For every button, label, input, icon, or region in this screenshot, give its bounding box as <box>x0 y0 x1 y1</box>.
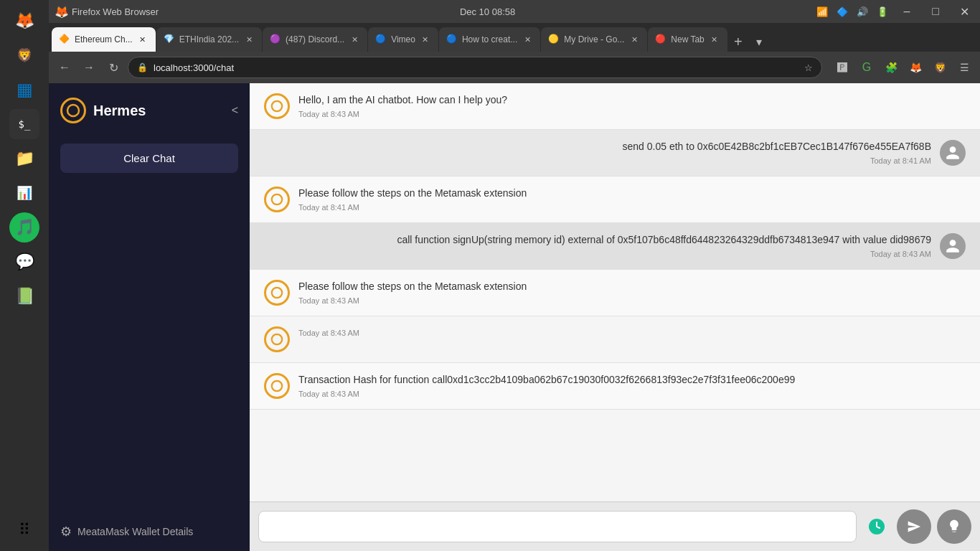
message-time: Today at 8:43 AM <box>298 329 966 337</box>
tab-mydrive[interactable]: 🟡 My Drive - Go... ✕ <box>541 27 647 52</box>
tab-mydrive-favicon: 🟡 <box>548 34 560 45</box>
sidebar-header: Hermes < <box>49 83 250 138</box>
tab-ethindia-label: ETHIndia 202... <box>179 34 239 44</box>
refresh-button[interactable]: ↻ <box>103 57 123 77</box>
chat-input[interactable] <box>258 511 857 542</box>
volume-icon: 🔊 <box>857 6 868 17</box>
tab-ethindia-favicon: 💎 <box>164 34 175 45</box>
bluetooth-icon: 🔷 <box>837 6 848 17</box>
user-avatar <box>940 233 966 259</box>
tab-ethindia-close[interactable]: ✕ <box>243 34 255 45</box>
maximize-button[interactable]: □ <box>925 1 946 22</box>
bot-avatar <box>264 373 290 399</box>
address-input-container[interactable]: 🔒 localhost:3000/chat ☆ <box>128 57 822 78</box>
tab-list-button[interactable]: ▾ <box>749 32 769 52</box>
profile-icon[interactable]: 🦊 <box>905 57 925 77</box>
tab-vimeo-close[interactable]: ✕ <box>420 34 431 45</box>
tab-ethereum[interactable]: 🔶 Ethereum Ch... ✕ <box>52 27 156 52</box>
terminal-taskbar-icon[interactable]: $_ <box>9 109 39 139</box>
message-time: Today at 8:43 AM <box>298 390 966 398</box>
message-content: Today at 8:43 AM <box>298 326 966 337</box>
forward-button[interactable]: → <box>79 57 99 77</box>
menu-button[interactable]: ☰ <box>954 57 974 77</box>
spotify-taskbar-icon[interactable]: 🎵 <box>9 212 39 242</box>
tab-howto[interactable]: 🔵 How to creat... ✕ <box>439 27 540 52</box>
settings-label[interactable]: MeataMask Wallet Details <box>77 526 193 537</box>
title-bar-right: 📶 🔷 🔊 🔋 – □ ✕ <box>816 1 974 22</box>
tab-mydrive-label: My Drive - Go... <box>564 34 624 44</box>
tab-ethereum-label: Ethereum Ch... <box>75 34 133 44</box>
slack-taskbar-icon[interactable]: 💬 <box>9 247 39 277</box>
vscode-taskbar-icon[interactable]: ▦ <box>9 75 39 105</box>
datetime-display: Dec 10 08:58 <box>164 6 811 17</box>
message-time: Today at 8:43 AM <box>264 250 931 258</box>
message-row: Today at 8:43 AM <box>250 316 980 363</box>
svg-point-2 <box>272 194 282 204</box>
message-row: Please follow the steps on the Metamask … <box>250 270 980 316</box>
tab-vimeo[interactable]: 🔵 Vimeo ✕ <box>368 27 438 52</box>
tab-discord-close[interactable]: ✕ <box>349 34 360 45</box>
tab-ethindia[interactable]: 💎 ETHIndia 202... ✕ <box>156 27 262 52</box>
extension-icon-1[interactable]: G <box>857 57 877 77</box>
message-content: call function signUp(string memory id) e… <box>264 233 931 258</box>
tab-discord[interactable]: 🟣 (487) Discord... ✕ <box>263 27 367 52</box>
send-button[interactable] <box>897 509 931 544</box>
message-time: Today at 8:43 AM <box>298 296 966 305</box>
tab-discord-label: (487) Discord... <box>286 34 344 44</box>
sheets-taskbar-icon[interactable]: 📗 <box>9 281 39 311</box>
hermes-title: Hermes <box>93 103 146 119</box>
extensions-icon[interactable]: 🧩 <box>881 57 901 77</box>
message-text: Hello, I am the AI chatbot. How can I he… <box>298 93 966 108</box>
browser-title: Firefox Web Browser <box>72 6 159 17</box>
brave-taskbar-icon[interactable]: 🦁 <box>9 40 39 70</box>
grammarly-button[interactable] <box>862 512 891 541</box>
sidebar-bottom: ⚙ MeataMask Wallet Details <box>49 512 250 551</box>
tab-howto-close[interactable]: ✕ <box>522 34 533 45</box>
bot-avatar <box>264 326 290 352</box>
svg-point-5 <box>272 381 282 391</box>
title-bar-left: 🦊 Firefox Web Browser <box>55 5 159 19</box>
message-text: Transaction Hash for function call0xd1c3… <box>298 373 966 387</box>
tab-vimeo-label: Vimeo <box>391 34 415 44</box>
bulb-button[interactable] <box>937 509 971 544</box>
message-content: Please follow the steps on the Metamask … <box>298 187 966 212</box>
close-button[interactable]: ✕ <box>954 1 974 22</box>
message-row: Transaction Hash for function call0xd1c3… <box>250 363 980 410</box>
messages-container: Hello, I am the AI chatbot. How can I he… <box>250 83 980 501</box>
battery-icon: 🔋 <box>877 6 888 17</box>
pocket-icon[interactable]: 🅿 <box>832 57 852 77</box>
sidebar-collapse-button[interactable]: < <box>232 104 238 117</box>
back-button[interactable]: ← <box>55 57 75 77</box>
message-row: Please follow the steps on the Metamask … <box>250 176 980 223</box>
svg-point-3 <box>272 288 282 298</box>
address-bar: ← → ↻ 🔒 localhost:3000/chat ☆ 🅿 G 🧩 🦊 🦁 … <box>49 52 980 83</box>
address-icons: 🅿 G 🧩 🦊 🦁 ☰ <box>832 57 974 77</box>
chat-area: Hello, I am the AI chatbot. How can I he… <box>250 83 980 551</box>
message-content: Transaction Hash for function call0xd1c3… <box>298 373 966 398</box>
user-avatar <box>940 140 966 166</box>
secure-icon: 🔒 <box>137 62 148 72</box>
message-time: Today at 8:43 AM <box>298 110 966 118</box>
brave-icon-addr[interactable]: 🦁 <box>930 57 950 77</box>
firefox-taskbar-icon[interactable]: 🦊 <box>9 6 39 36</box>
bookmark-icon[interactable]: ☆ <box>804 62 813 73</box>
minimize-button[interactable]: – <box>897 1 917 22</box>
tab-mydrive-close[interactable]: ✕ <box>628 34 640 45</box>
message-text: call function signUp(string memory id) e… <box>264 233 931 248</box>
input-area <box>250 501 980 551</box>
presentation-taskbar-icon[interactable]: 📊 <box>9 178 39 208</box>
clear-chat-button[interactable]: Clear Chat <box>60 143 238 173</box>
title-bar: 🦊 Firefox Web Browser Dec 10 08:58 📶 🔷 🔊… <box>49 0 980 23</box>
tab-newtab[interactable]: 🔴 New Tab ✕ <box>648 27 727 52</box>
files-taskbar-icon[interactable]: 📁 <box>9 143 39 174</box>
new-tab-button[interactable]: + <box>728 32 748 52</box>
more-apps-icon[interactable]: ⠿ <box>9 515 39 545</box>
tab-bar: 🔶 Ethereum Ch... ✕ 💎 ETHIndia 202... ✕ 🟣… <box>49 23 980 52</box>
tab-howto-label: How to creat... <box>462 34 517 44</box>
svg-point-1 <box>272 101 282 111</box>
bot-avatar <box>264 187 290 212</box>
hermes-logo <box>60 98 86 123</box>
tab-ethereum-close[interactable]: ✕ <box>137 34 149 45</box>
address-text: localhost:3000/chat <box>154 62 798 73</box>
tab-newtab-close[interactable]: ✕ <box>709 34 720 45</box>
